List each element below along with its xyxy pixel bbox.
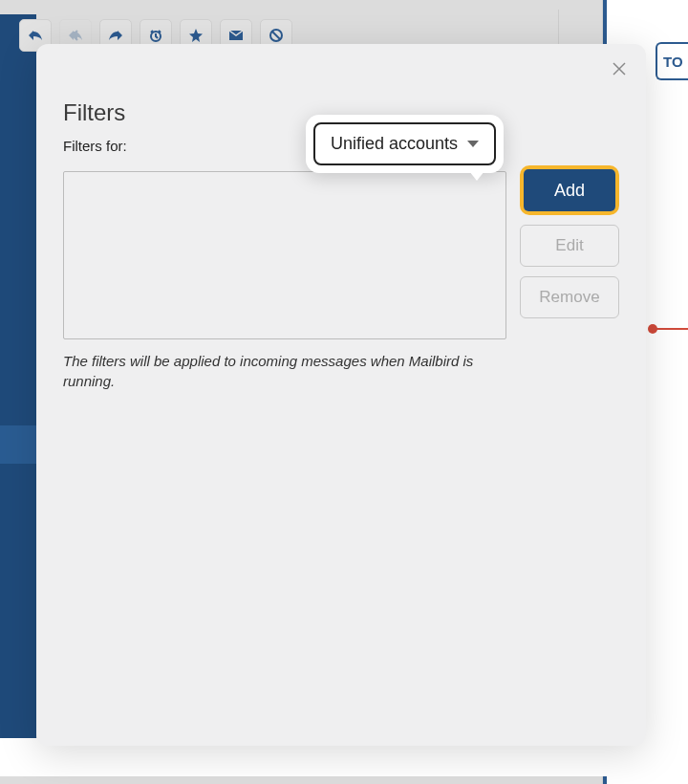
actions-column: Add Edit Remove [520,165,619,339]
account-dropdown-callout: Unified accounts [306,115,504,173]
content-row: Add Edit Remove [63,171,619,339]
add-button-highlight: Add [520,165,619,215]
chevron-down-icon [467,141,479,147]
bg-today-button: TO [656,42,688,80]
filter-list[interactable] [63,171,506,339]
bg-now-dot [648,324,657,334]
edit-button[interactable]: Edit [520,225,619,267]
close-icon [613,62,626,76]
filters-note: The filters will be applied to incoming … [63,351,503,391]
filters-for-label: Filters for: [63,138,127,154]
bg-sidebar [0,14,36,746]
close-button[interactable] [608,57,631,80]
remove-button[interactable]: Remove [520,276,619,318]
svg-line-3 [272,32,280,39]
bg-today-label: TO [663,54,683,70]
bg-sidebar-selected-item [0,425,36,464]
account-dropdown[interactable]: Unified accounts [313,122,496,165]
account-dropdown-value: Unified accounts [331,134,458,154]
add-button[interactable]: Add [524,169,615,211]
